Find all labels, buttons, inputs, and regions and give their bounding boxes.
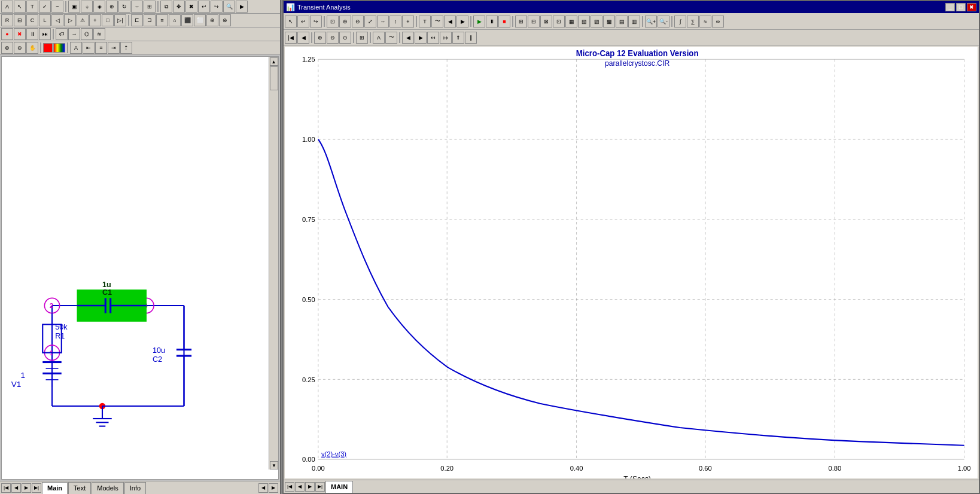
- btn-component[interactable]: ▣: [68, 1, 80, 13]
- btn-misc2[interactable]: ⊐: [144, 14, 156, 26]
- scroll-thumb[interactable]: [270, 66, 278, 90]
- btn-diode[interactable]: ◁: [51, 14, 63, 26]
- minimize-button[interactable]: _: [945, 3, 955, 11]
- btn-stop-red[interactable]: ●: [1, 28, 13, 40]
- btn-x-red[interactable]: ✖: [14, 28, 26, 40]
- r-btn-cursor[interactable]: ↖: [285, 16, 297, 28]
- r-btn-mag-in[interactable]: 🔍+: [645, 16, 657, 28]
- r-btn2-left[interactable]: ◀: [402, 32, 414, 44]
- btn-color[interactable]: [43, 43, 53, 53]
- r-btn-scope8[interactable]: ▩: [603, 16, 615, 28]
- tab-text[interactable]: Text: [68, 482, 91, 494]
- btn-find[interactable]: 🔍: [223, 1, 235, 13]
- btn-text[interactable]: T: [26, 1, 38, 13]
- r-btn-zoom-x[interactable]: ↔: [377, 16, 389, 28]
- btn-l1[interactable]: L: [39, 14, 51, 26]
- r-btn2-cursor-r[interactable]: ↦: [440, 32, 452, 44]
- btn-misc5[interactable]: ⬛: [181, 14, 193, 26]
- btn-misc1[interactable]: ⊏: [131, 14, 143, 26]
- btn-color2[interactable]: [53, 43, 65, 53]
- btn-move[interactable]: ✥: [173, 1, 185, 13]
- btn-misc9[interactable]: ⌬: [81, 28, 93, 40]
- r-btn-zoom-out[interactable]: ⊖: [352, 16, 364, 28]
- tab-scroll-left[interactable]: ◀: [258, 483, 268, 493]
- r-btn2-cursor-l[interactable]: ↤: [427, 32, 439, 44]
- r-tab-nav-last[interactable]: ▶|: [315, 482, 325, 492]
- maximize-button[interactable]: □: [956, 3, 966, 11]
- btn-misc10[interactable]: ≋: [93, 28, 105, 40]
- btn-undo2[interactable]: ↩: [198, 1, 210, 13]
- r-btn2-wave2[interactable]: 〜: [385, 32, 397, 44]
- btn-rotate[interactable]: ↻: [118, 1, 130, 13]
- btn-r2[interactable]: ⊟: [14, 14, 26, 26]
- btn-font[interactable]: A: [70, 42, 82, 54]
- r-btn-undo[interactable]: ↩: [297, 16, 309, 28]
- r-btn-scope6[interactable]: ▧: [578, 16, 590, 28]
- r-btn-scroll-left[interactable]: ◀: [444, 16, 456, 28]
- btn-run[interactable]: ▶: [236, 1, 248, 13]
- btn-align-left[interactable]: ⇤: [83, 42, 95, 54]
- r-btn-run[interactable]: ▶: [473, 16, 485, 28]
- r-btn2-grid[interactable]: ⊞: [356, 32, 368, 44]
- r-btn2-zoom-in[interactable]: ⊕: [314, 32, 326, 44]
- r-btn-pause[interactable]: ⏸: [486, 16, 498, 28]
- r-btn-mag-out[interactable]: 🔍-: [658, 16, 669, 28]
- btn-align-top[interactable]: ⇡: [120, 42, 132, 54]
- btn-misc4[interactable]: ⌂: [169, 14, 181, 26]
- r-btn-fft3[interactable]: ≈: [699, 16, 711, 28]
- btn-misc6[interactable]: ⬜: [194, 14, 206, 26]
- btn-step[interactable]: ⏭: [39, 28, 51, 40]
- r-btn-scope1[interactable]: ⊞: [515, 16, 527, 28]
- scroll-down-btn[interactable]: ▼: [270, 461, 278, 469]
- r-btn2-zoom-custom[interactable]: ⊙: [339, 32, 351, 44]
- r-btn2-nav1[interactable]: |◀: [285, 32, 297, 44]
- scroll-up-btn[interactable]: ▲: [270, 57, 278, 66]
- btn-align-right[interactable]: ⇥: [108, 42, 120, 54]
- btn-delete[interactable]: ✖: [185, 1, 197, 13]
- btn-wire[interactable]: ✓: [39, 1, 51, 13]
- tab-main[interactable]: Main: [42, 482, 68, 494]
- r-btn-fft1[interactable]: ∫: [674, 16, 686, 28]
- btn-zoom-in2[interactable]: ⊕: [1, 42, 13, 54]
- r-btn-zoom-fit[interactable]: ⤢: [364, 16, 376, 28]
- schematic-area[interactable]: ▲ ▼ 1 V1: [1, 56, 279, 480]
- r-btn-scope5[interactable]: ▦: [565, 16, 577, 28]
- btn-select[interactable]: A: [1, 1, 13, 13]
- btn-plus-grid[interactable]: +: [89, 14, 101, 26]
- btn-misc8[interactable]: ⊗: [219, 14, 231, 26]
- btn-tag[interactable]: 🏷: [56, 28, 68, 40]
- r-btn-scope7[interactable]: ▨: [591, 16, 602, 28]
- r-btn-scope4[interactable]: ⊡: [553, 16, 565, 28]
- r-btn2-right[interactable]: ▶: [415, 32, 427, 44]
- btn-box[interactable]: □: [102, 14, 114, 26]
- r-tab-nav-prev[interactable]: ◀: [295, 482, 305, 492]
- r-btn2-zoom-out[interactable]: ⊖: [327, 32, 339, 44]
- r-btn-zoom-y[interactable]: ↕: [389, 16, 401, 28]
- r-btn-stop[interactable]: ■: [498, 16, 510, 28]
- btn-warn[interactable]: ⚠: [77, 14, 89, 26]
- btn-redo2[interactable]: ↪: [211, 1, 223, 13]
- btn-zoom-out2[interactable]: ⊖: [14, 42, 26, 54]
- r-btn-redo[interactable]: ↪: [310, 16, 322, 28]
- btn-port[interactable]: ◈: [93, 1, 105, 13]
- btn-pause[interactable]: ⏸: [26, 28, 38, 40]
- r-btn2-A[interactable]: A: [373, 32, 385, 44]
- r-btn-t[interactable]: T: [419, 16, 431, 28]
- tab-scroll-right[interactable]: ▶: [269, 483, 278, 493]
- btn-npn[interactable]: ▷: [64, 14, 76, 26]
- btn-arrow[interactable]: →: [68, 28, 80, 40]
- tab-nav-next[interactable]: ▶: [22, 483, 31, 493]
- r-tab-main[interactable]: MAIN: [325, 481, 353, 493]
- r-btn2-bar[interactable]: ∥: [465, 32, 477, 44]
- tab-nav-prev[interactable]: ◀: [11, 483, 21, 493]
- r-btn-fft4[interactable]: ∞: [712, 16, 724, 28]
- r-btn-scroll-right[interactable]: ▶: [456, 16, 468, 28]
- r-tab-nav-first[interactable]: |◀: [285, 482, 294, 492]
- btn-op[interactable]: ▷|: [114, 14, 126, 26]
- btn-flip[interactable]: ↔: [131, 1, 143, 13]
- tab-models[interactable]: Models: [92, 482, 123, 494]
- r-btn-scope10[interactable]: ▥: [628, 16, 640, 28]
- btn-grid[interactable]: ⊞: [144, 1, 156, 13]
- r-btn-zoom-in[interactable]: ⊕: [339, 16, 351, 28]
- btn-r1[interactable]: R: [1, 14, 13, 26]
